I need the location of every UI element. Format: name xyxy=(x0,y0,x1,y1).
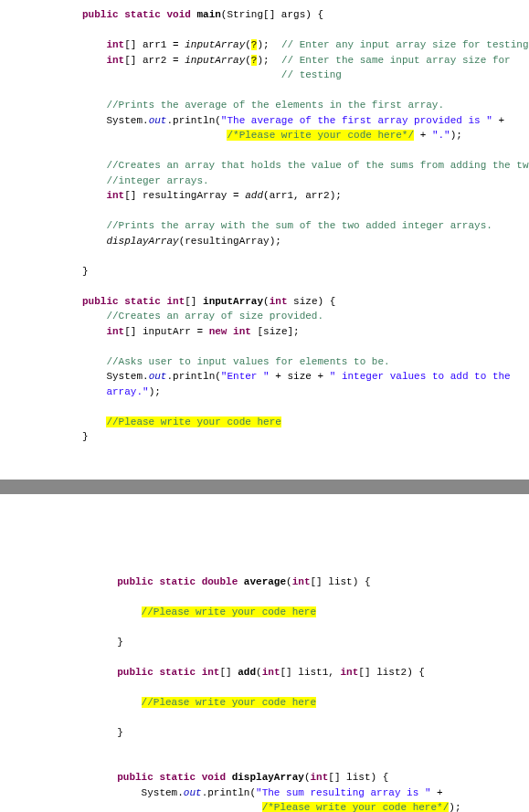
kw: int xyxy=(292,576,311,587)
text: System. xyxy=(106,371,148,382)
text: [] xyxy=(185,296,203,307)
kw: int xyxy=(106,39,124,50)
kw: int xyxy=(341,667,359,678)
placeholder: /*Please write your code here*/ xyxy=(227,130,414,141)
brace: } xyxy=(117,727,123,738)
kw: public xyxy=(82,296,119,307)
placeholder: //Please write your code here xyxy=(142,697,316,708)
comment: //Asks user to input values for elements… xyxy=(106,356,389,367)
text: ( xyxy=(263,296,270,307)
comment: //Prints the array with the sum of the t… xyxy=(106,220,492,231)
text: .println( xyxy=(166,371,220,382)
kw: public xyxy=(117,667,153,678)
kw: static xyxy=(159,667,196,678)
text: [] resultingArray = xyxy=(124,190,245,201)
kw: int xyxy=(106,190,124,201)
comment: //Prints the average of the elements in … xyxy=(106,100,444,111)
member: out xyxy=(184,787,202,798)
kw: int xyxy=(270,296,288,307)
text: + xyxy=(492,115,504,126)
kw: int xyxy=(233,326,251,337)
call: inputArray xyxy=(185,55,245,66)
text: [] list2) { xyxy=(358,667,425,678)
text: [] list) { xyxy=(328,772,388,783)
call: inputArray xyxy=(185,39,245,50)
method: add xyxy=(238,667,256,678)
text: [] arr2 = xyxy=(124,55,185,66)
kw: static xyxy=(159,772,196,783)
kw: static xyxy=(159,576,196,587)
kw: int xyxy=(106,326,124,337)
method: inputArray xyxy=(203,296,263,307)
text: (String[] args) { xyxy=(221,9,323,20)
text: ( xyxy=(245,55,251,66)
member: out xyxy=(149,371,167,382)
kw: new xyxy=(209,326,227,337)
text: + xyxy=(414,130,432,141)
brace: } xyxy=(82,266,89,277)
member: out xyxy=(149,115,167,126)
comment: //Creates an array that holds the value … xyxy=(106,160,529,171)
string: "." xyxy=(432,130,450,141)
text: System. xyxy=(142,787,184,798)
kw: int xyxy=(310,772,328,783)
text: ( xyxy=(245,39,251,50)
kw: void xyxy=(202,772,226,783)
comment: // testing xyxy=(281,69,342,80)
brace: } xyxy=(82,431,89,442)
text: [size]; xyxy=(251,326,300,337)
string: "Enter " xyxy=(221,371,270,382)
text: + xyxy=(431,787,443,798)
method: displayArray xyxy=(232,772,304,783)
kw: public xyxy=(117,772,153,783)
text: [] inputArr = xyxy=(124,326,208,337)
kw: int xyxy=(106,55,124,66)
text: [] list1, xyxy=(280,667,341,678)
comment: // Enter the same input array size for xyxy=(281,55,511,66)
text: ); xyxy=(257,39,280,50)
kw: int xyxy=(262,667,280,678)
kw: double xyxy=(202,576,238,587)
text: [] list) { xyxy=(311,576,371,587)
kw: int xyxy=(166,296,185,307)
page-divider xyxy=(0,480,529,494)
kw: void xyxy=(166,9,190,20)
text: [] arr1 = xyxy=(124,39,185,50)
text: .println( xyxy=(166,115,220,126)
string: "The sum resulting array is " xyxy=(256,787,430,798)
code-block-1: public static void main(String[] args) {… xyxy=(0,0,529,452)
text: (arr1, arr2); xyxy=(263,190,342,201)
text: size) { xyxy=(288,296,336,307)
kw: public xyxy=(117,576,153,587)
brace: } xyxy=(117,637,123,648)
method: main xyxy=(196,9,220,20)
text: [] xyxy=(219,667,238,678)
text: ); xyxy=(449,802,460,812)
string: array." xyxy=(106,386,148,397)
kw: public xyxy=(82,9,119,20)
text: + size + xyxy=(270,371,330,382)
string: "The average of the first array provided… xyxy=(221,115,492,126)
code-block-2: public static double average(int[] list)… xyxy=(0,567,529,813)
text: .println( xyxy=(202,787,256,798)
kw: int xyxy=(202,667,220,678)
text: ( xyxy=(256,667,262,678)
string: " integer values to add to the xyxy=(330,371,511,382)
text: ); xyxy=(257,55,280,66)
text: (resultingArray); xyxy=(179,236,281,247)
text: ); xyxy=(149,386,161,397)
text: ( xyxy=(286,576,292,587)
placeholder: //Please write your code here xyxy=(142,606,316,617)
call: displayArray xyxy=(106,236,178,247)
text: System. xyxy=(106,115,148,126)
call: add xyxy=(245,190,263,201)
comment: // Enter any input array size for testin… xyxy=(281,39,529,50)
placeholder: /*Please write your code here*/ xyxy=(262,802,450,812)
comment: //Creates an array of size provided. xyxy=(106,311,323,322)
comment: //integer arrays. xyxy=(106,175,208,186)
kw: static xyxy=(124,296,161,307)
text: ); xyxy=(450,130,462,141)
placeholder: //Please write your code here xyxy=(106,417,280,427)
kw: static xyxy=(124,9,161,20)
method: average xyxy=(244,576,286,587)
